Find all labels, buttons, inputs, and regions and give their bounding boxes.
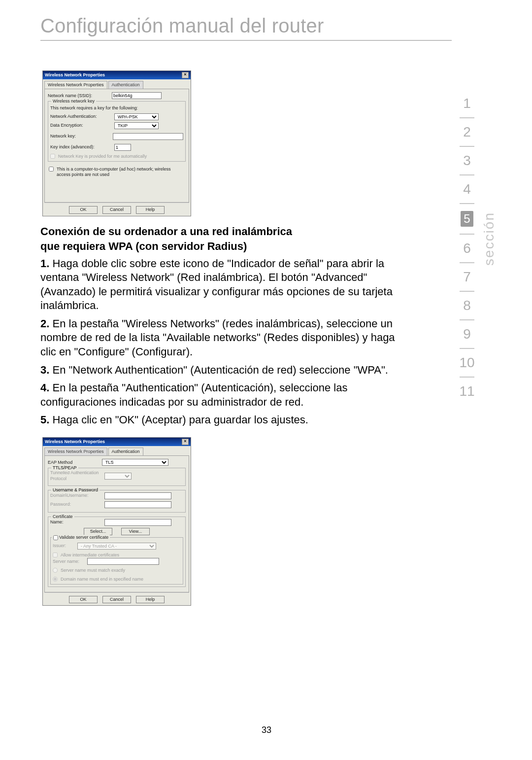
domain-end-label: Domain name must end in specified name — [61, 577, 143, 582]
adhoc-label: This is a computer-to-computer (ad hoc) … — [57, 167, 185, 178]
key-note: This network requires a key for the foll… — [50, 105, 183, 111]
ssid-label: Network name (SSID): — [48, 93, 112, 99]
close-icon[interactable]: × — [182, 72, 189, 78]
ttls-group: TTLS/PEAP Tunnelled Authentication Proto… — [48, 468, 186, 486]
ok-button[interactable]: OK — [69, 206, 98, 213]
userpass-legend: Username & Password — [51, 487, 100, 493]
dialog1-title: Wireless Network Properties — [45, 72, 105, 78]
tab-wireless-props[interactable]: Wireless Network Properties — [44, 81, 107, 89]
cert-name-label: Name: — [50, 519, 104, 525]
wireless-key-legend: Wireless network key — [51, 99, 96, 104]
section-3[interactable]: 3 — [463, 154, 471, 168]
ttls-legend: TTLS/PEAP — [51, 465, 78, 471]
cancel-button[interactable]: Cancel — [102, 206, 131, 213]
keyindex-input[interactable] — [114, 144, 131, 151]
wireless-key-group: Wireless network key This network requir… — [48, 101, 186, 162]
issuer-select: - Any Trusted CA - — [77, 543, 156, 550]
tab-wireless-props[interactable]: Wireless Network Properties — [44, 448, 107, 455]
dialog1-titlebar: Wireless Network Properties × — [43, 71, 191, 79]
view-button[interactable]: View... — [121, 528, 150, 535]
section-7[interactable]: 7 — [463, 270, 471, 284]
netkey-input[interactable] — [113, 133, 183, 140]
eap-label: EAP Method — [48, 460, 102, 465]
validate-group: Validate server certificate Issuer:- Any… — [50, 537, 183, 585]
section-2[interactable]: 2 — [463, 125, 471, 139]
title-rule — [40, 40, 452, 41]
tap-select — [104, 473, 132, 480]
validate-checkbox[interactable] — [53, 535, 58, 540]
help-button[interactable]: Help — [136, 596, 165, 603]
ok-button[interactable]: OK — [69, 596, 98, 603]
pwd-label: Password: — [50, 502, 104, 507]
cert-legend: Certificate — [51, 514, 74, 519]
section-1[interactable]: 1 — [463, 97, 471, 110]
dialog-wireless-props-2: Wireless Network Properties × Wireless N… — [42, 437, 191, 606]
enc-select[interactable]: TKIP — [114, 122, 159, 129]
tap-label: Tunnelled Authentication Protocol — [50, 470, 104, 482]
enc-label: Data Encryption: — [50, 123, 114, 128]
cert-group: Certificate Name: Select... View... Vali… — [48, 517, 186, 587]
match-exact-label: Server name must match exactly — [61, 568, 125, 573]
auth-label: Network Authentication: — [50, 114, 114, 119]
seccion-label: sección — [481, 212, 497, 266]
validate-label: Validate server certificate — [59, 535, 108, 540]
dialog2-title: Wireless Network Properties — [45, 439, 105, 445]
keyindex-label: Key index (advanced): — [50, 144, 114, 150]
netkey-label: Network key: — [50, 134, 113, 139]
userpass-group: Username & Password Domain\Username: Pas… — [48, 490, 186, 513]
pwd-input — [104, 501, 171, 508]
step-5: 5. Haga clic en "OK" (Aceptar) para guar… — [40, 413, 405, 427]
cancel-button[interactable]: Cancel — [102, 596, 131, 603]
domain-end-radio — [53, 577, 58, 582]
section-9[interactable]: 9 — [463, 327, 471, 341]
step-2: 2. En la pestaña "Wireless Networks" (re… — [40, 317, 405, 359]
section-6[interactable]: 6 — [463, 242, 471, 255]
ssid-input[interactable] — [112, 92, 162, 99]
subheading-2: que requiera WPA (con servidor Radius) — [40, 240, 493, 253]
section-11[interactable]: 11 — [459, 384, 474, 398]
dialog2-titlebar: Wireless Network Properties × — [43, 438, 191, 446]
domain-input — [104, 492, 171, 499]
step-4: 4. En la pestaña "Authentication" (Auten… — [40, 381, 405, 409]
section-10[interactable]: 10 — [459, 356, 474, 370]
cert-name-input[interactable] — [104, 519, 171, 526]
auth-select[interactable]: WPA-PSK — [114, 113, 159, 120]
domain-label: Domain\Username: — [50, 493, 104, 498]
tab-authentication[interactable]: Authentication — [108, 81, 143, 89]
match-exact-radio — [53, 568, 58, 573]
step-3: 3. En "Network Authentication" (Autentic… — [40, 363, 405, 378]
select-button[interactable]: Select... — [84, 528, 112, 535]
issuer-label: Issuer: — [53, 543, 77, 549]
page-number: 33 — [40, 725, 493, 735]
dialog-wireless-props-1: Wireless Network Properties × Wireless N… — [42, 70, 191, 216]
section-nav: 1 2 3 4 5 6 7 8 9 10 11 — [455, 97, 479, 398]
page-title: Configuración manual del router — [40, 15, 493, 37]
close-icon[interactable]: × — [182, 439, 189, 445]
subheading-1: Conexión de su ordenador a una red inalá… — [40, 225, 493, 238]
adhoc-checkbox[interactable] — [49, 167, 54, 172]
section-5-current[interactable]: 5 — [461, 211, 473, 227]
section-8[interactable]: 8 — [463, 299, 471, 312]
tab-authentication[interactable]: Authentication — [108, 448, 143, 455]
server-label: Server name: — [53, 559, 87, 564]
auto-key-label: Network Key is provided for me automatic… — [58, 154, 147, 159]
step-1: 1. Haga doble clic sobre este icono de "… — [40, 257, 405, 313]
server-input — [87, 558, 159, 565]
help-button[interactable]: Help — [136, 206, 165, 213]
eap-select[interactable]: TLS — [102, 459, 168, 466]
section-4[interactable]: 4 — [463, 182, 471, 196]
allow-inter-checkbox — [53, 553, 58, 557]
auto-key-checkbox — [50, 154, 55, 159]
allow-inter-label: Allow intermediate certificates — [61, 553, 119, 558]
